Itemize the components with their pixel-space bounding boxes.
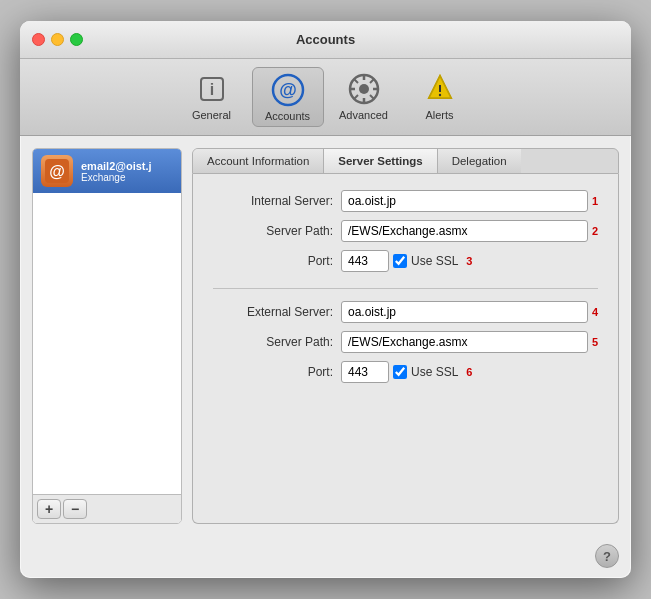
account-icon: @ [41,155,73,187]
internal-server-input-wrapper: 1 [341,190,598,212]
svg-line-12 [370,79,374,83]
sidebar-item-account[interactable]: @ email2@oist.j Exchange [33,149,181,193]
external-port-label: Port: [213,365,333,379]
main-panel: Account Information Server Settings Dele… [192,148,619,524]
external-server-label: External Server: [213,305,333,319]
add-account-button[interactable]: + [37,499,61,519]
internal-path-row: Server Path: 2 [213,220,598,242]
minimize-button[interactable] [51,33,64,46]
svg-line-13 [354,95,358,99]
external-port-row: Port: Use SSL 6 [213,361,598,383]
sidebar-account-info: email2@oist.j Exchange [81,160,152,183]
alerts-label: Alerts [425,109,453,121]
traffic-lights [32,33,83,46]
toolbar-item-general[interactable]: i General [176,67,248,127]
advanced-icon [346,71,382,107]
maximize-button[interactable] [70,33,83,46]
toolbar-item-accounts[interactable]: @ Accounts [252,67,324,127]
alerts-icon [422,71,458,107]
external-server-row: External Server: 4 [213,301,598,323]
internal-port-row: Port: Use SSL 3 [213,250,598,272]
accounts-label: Accounts [265,110,310,122]
external-path-input[interactable] [341,331,588,353]
internal-port-ssl-row: Use SSL 3 [341,250,472,272]
external-server-field-num: 4 [592,306,598,318]
svg-point-16 [438,94,440,96]
tab-bar: Account Information Server Settings Dele… [192,148,619,174]
internal-path-label: Server Path: [213,224,333,238]
tab-account-information[interactable]: Account Information [193,149,324,173]
advanced-label: Advanced [339,109,388,121]
internal-server-section: Internal Server: 1 Server Path: 2 [213,190,598,272]
external-path-input-wrapper: 5 [341,331,598,353]
titlebar: Accounts [20,21,631,59]
toolbar-item-alerts[interactable]: Alerts [404,67,476,127]
section-divider [213,288,598,289]
accounts-icon: @ [270,72,306,108]
svg-line-10 [354,79,358,83]
internal-path-field-num: 2 [592,225,598,237]
internal-ssl-label: Use SSL [411,254,458,268]
external-path-label: Server Path: [213,335,333,349]
general-label: General [192,109,231,121]
internal-port-label: Port: [213,254,333,268]
main-window: Accounts i General @ Accounts [20,21,631,578]
internal-server-field-num: 1 [592,195,598,207]
window-title: Accounts [296,32,355,47]
external-ssl-label: Use SSL [411,365,458,379]
svg-text:@: @ [49,163,65,180]
internal-server-input[interactable] [341,190,588,212]
svg-line-11 [370,95,374,99]
svg-text:i: i [209,81,213,98]
tab-delegation[interactable]: Delegation [438,149,521,173]
content-area: @ email2@oist.j Exchange + − Account Inf… [20,136,631,536]
external-path-field-num: 5 [592,336,598,348]
sidebar-account-type: Exchange [81,172,152,183]
help-button[interactable]: ? [595,544,619,568]
internal-server-label: Internal Server: [213,194,333,208]
tab-content-server-settings: Internal Server: 1 Server Path: 2 [192,174,619,524]
toolbar-item-advanced[interactable]: Advanced [328,67,400,127]
internal-ssl-checkbox[interactable] [393,254,407,268]
svg-point-5 [359,84,369,94]
general-icon: i [194,71,230,107]
internal-path-input-wrapper: 2 [341,220,598,242]
tab-server-settings[interactable]: Server Settings [324,149,437,173]
remove-account-button[interactable]: − [63,499,87,519]
external-ssl-checkbox[interactable] [393,365,407,379]
close-button[interactable] [32,33,45,46]
internal-server-row: Internal Server: 1 [213,190,598,212]
internal-port-input[interactable] [341,250,389,272]
toolbar: i General @ Accounts [20,59,631,136]
external-server-section: External Server: 4 Server Path: 5 [213,301,598,383]
svg-text:@: @ [279,80,297,100]
sidebar-list: @ email2@oist.j Exchange [33,149,181,494]
external-path-row: Server Path: 5 [213,331,598,353]
sidebar-account-name: email2@oist.j [81,160,152,172]
internal-ssl-field-num: 3 [466,255,472,267]
external-server-input[interactable] [341,301,588,323]
external-port-ssl-row: Use SSL 6 [341,361,472,383]
external-server-input-wrapper: 4 [341,301,598,323]
external-port-input[interactable] [341,361,389,383]
internal-path-input[interactable] [341,220,588,242]
sidebar-controls: + − [33,494,181,523]
sidebar: @ email2@oist.j Exchange + − [32,148,182,524]
bottom-bar: ? [20,536,631,578]
external-ssl-field-num: 6 [466,366,472,378]
